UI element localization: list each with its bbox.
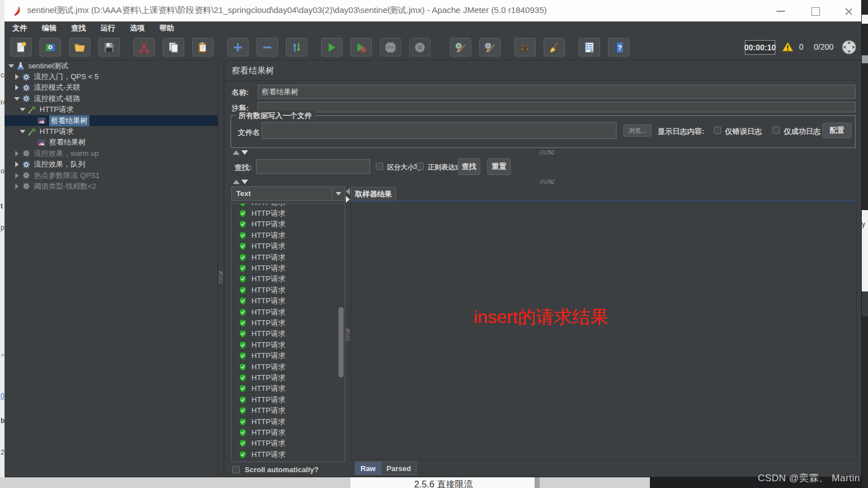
tree-item-thread-group-disabled[interactable]: 阈值类型-线程数<2 xyxy=(5,181,218,191)
menu-search[interactable]: 查找 xyxy=(71,23,86,33)
sampler-list-item[interactable]: HTTP请求 xyxy=(232,416,345,427)
view-mode-select[interactable]: Text xyxy=(231,186,345,201)
menu-run[interactable]: 运行 xyxy=(101,23,115,33)
tree-item-thread-group-disabled[interactable]: 热点参数限流 QPS1 xyxy=(5,170,218,181)
search-input[interactable] xyxy=(256,159,370,174)
sampler-list-item[interactable]: HTTP请求 xyxy=(232,317,345,328)
scroll-automatically-checkbox[interactable] xyxy=(232,466,240,473)
new-file-button[interactable] xyxy=(10,38,32,56)
sampler-list-item[interactable]: HTTP请求 xyxy=(232,350,345,361)
sampler-list-item[interactable]: HTTP请求 xyxy=(232,361,345,372)
sampler-list-item[interactable]: HTTP请求 xyxy=(232,372,345,383)
stop-button[interactable] xyxy=(380,38,401,56)
collapse-right-icon[interactable] xyxy=(346,196,350,203)
tree-item-thread-group[interactable]: 流控模式-链路 xyxy=(5,93,218,104)
sampler-list-item[interactable]: HTTP请求 xyxy=(232,252,345,263)
list-scrollbar-thumb[interactable] xyxy=(338,307,344,377)
tab-raw[interactable]: Raw xyxy=(355,461,381,475)
cut-button[interactable] xyxy=(133,38,155,56)
chevron-down-icon[interactable] xyxy=(20,130,25,133)
name-input[interactable] xyxy=(258,85,856,99)
collapse-down-icon[interactable] xyxy=(241,150,248,155)
sampler-list-item[interactable]: HTTP请求 xyxy=(232,203,345,208)
chevron-right-icon[interactable] xyxy=(15,173,19,178)
add-button[interactable] xyxy=(227,38,249,56)
start-button[interactable] xyxy=(321,38,342,56)
save-button[interactable] xyxy=(98,38,120,56)
find-button[interactable]: 查找 xyxy=(458,158,480,175)
remove-button[interactable] xyxy=(257,38,278,56)
reset-button[interactable]: 重置 xyxy=(487,158,511,175)
sampler-list-item[interactable]: HTTP请求 xyxy=(232,394,345,405)
filename-input[interactable] xyxy=(262,122,617,139)
tree-item-http-request[interactable]: HTTP请求 xyxy=(5,126,218,137)
search-button[interactable] xyxy=(514,38,536,56)
tree-item-thread-group[interactable]: 流控入门，QPS < 5 xyxy=(5,71,218,82)
copy-button[interactable] xyxy=(163,38,184,56)
sampler-list-item[interactable]: HTTP请求 xyxy=(232,449,345,460)
success-only-checkbox[interactable] xyxy=(772,127,780,134)
sampler-list-item[interactable]: HTTP请求 xyxy=(232,438,345,449)
shutdown-button[interactable] xyxy=(409,38,431,56)
close-button[interactable] xyxy=(840,6,857,16)
splitter-grip[interactable] xyxy=(540,150,554,155)
sampler-list-item[interactable]: HTTP请求 xyxy=(232,219,345,230)
start-no-pauses-button[interactable] xyxy=(350,38,372,56)
sampler-list-item[interactable]: HTTP请求 xyxy=(232,208,345,219)
menu-file[interactable]: 文件 xyxy=(12,23,27,33)
splitter-grip[interactable] xyxy=(219,271,223,284)
threads-globe-icon[interactable] xyxy=(841,39,857,55)
sampler-list-item[interactable]: HTTP请求 xyxy=(232,307,345,317)
chevron-right-icon[interactable] xyxy=(15,85,19,90)
collapse-down-icon[interactable] xyxy=(241,180,248,184)
browse-button[interactable]: 浏览... xyxy=(623,124,652,137)
tree-item-view-results-tree[interactable]: 察看结果树 xyxy=(5,137,218,148)
splitter-grip[interactable] xyxy=(346,329,350,341)
tab-sampler-result[interactable]: 取样器结果 xyxy=(351,187,396,201)
comment-input[interactable] xyxy=(258,102,856,112)
function-helper-button[interactable] xyxy=(579,38,600,56)
tree-item-thread-group-disabled[interactable]: 流控效果，warm up xyxy=(5,148,218,159)
splitter-grip[interactable] xyxy=(540,180,554,184)
sampler-list-item[interactable]: HTTP请求 xyxy=(232,285,345,295)
tree-item-http-request[interactable]: HTTP请求 xyxy=(5,104,218,115)
minimize-button[interactable] xyxy=(772,6,789,16)
sampler-list-item[interactable]: HTTP请求 xyxy=(232,241,345,252)
toggle-button[interactable] xyxy=(286,38,307,56)
clear-all-button[interactable] xyxy=(479,38,501,56)
clear-button[interactable] xyxy=(450,38,471,56)
tree-item-view-results-tree-selected[interactable]: 察看结果树 xyxy=(5,115,218,126)
chevron-down-icon[interactable] xyxy=(14,97,20,101)
tree-item-test-plan[interactable]: sentinel测试 xyxy=(5,60,218,71)
sampler-list-item[interactable]: HTTP请求 xyxy=(232,296,345,307)
menu-options[interactable]: 选项 xyxy=(130,23,145,33)
combo-arrow-button[interactable] xyxy=(332,187,345,201)
tree-item-thread-group[interactable]: 流控效果，队列 xyxy=(5,159,218,170)
sampler-list-item[interactable]: HTTP请求 xyxy=(232,427,345,438)
regex-checkbox[interactable] xyxy=(416,163,424,170)
sampler-list-item[interactable]: HTTP请求 xyxy=(232,274,345,285)
collapse-up-icon[interactable] xyxy=(233,180,240,184)
collapse-up-icon[interactable] xyxy=(233,150,240,155)
menu-help[interactable]: 帮助 xyxy=(159,23,174,33)
chevron-right-icon[interactable] xyxy=(15,151,19,156)
paste-button[interactable] xyxy=(192,38,214,56)
errors-only-checkbox[interactable] xyxy=(714,127,721,134)
horizontal-splitter[interactable] xyxy=(223,178,861,185)
configure-button[interactable]: 配置 xyxy=(822,123,852,138)
tab-parsed[interactable]: Parsed xyxy=(381,461,416,475)
menu-edit[interactable]: 编辑 xyxy=(42,23,57,33)
open-template-button[interactable] xyxy=(40,38,61,56)
chevron-right-icon[interactable] xyxy=(15,162,19,167)
chevron-right-icon[interactable] xyxy=(15,184,19,189)
case-sensitive-checkbox[interactable] xyxy=(376,163,383,170)
chevron-right-icon[interactable] xyxy=(15,74,19,80)
sampler-list-item[interactable]: HTTP请求 xyxy=(232,339,345,350)
collapse-left-icon[interactable] xyxy=(346,188,350,195)
help-button[interactable] xyxy=(608,38,630,56)
sampler-list-item[interactable]: HTTP请求 xyxy=(232,405,345,416)
chevron-down-icon[interactable] xyxy=(8,64,14,68)
sampler-list-item[interactable]: HTTP请求 xyxy=(232,230,345,241)
search-reset-button[interactable] xyxy=(544,38,565,56)
horizontal-splitter[interactable] xyxy=(223,149,861,156)
